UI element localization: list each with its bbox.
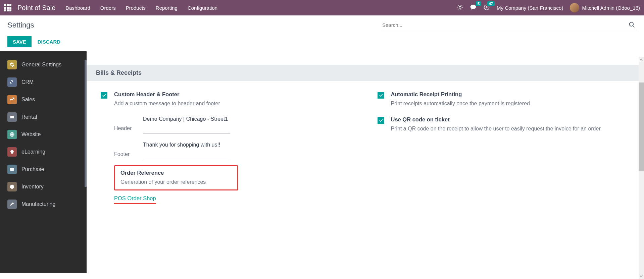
main-scrollbar[interactable] [639,57,644,273]
app-name[interactable]: Point of Sale [17,4,55,12]
footer-label: Footer [114,151,137,159]
sidebar-item-label: CRM [21,79,34,85]
setting-desc: Print receipts automatically once the pa… [391,100,634,108]
col-right: Automatic Receipt Printing Print receipt… [378,91,634,213]
sidebar-item-label: eLearning [21,149,45,155]
page-title: Settings [7,21,34,30]
topbar-right: 5 47 My Company (San Francisco) Mitchell… [457,3,640,12]
sidebar-item-inventory[interactable]: Inventory [0,178,87,196]
search-input[interactable] [382,20,637,30]
activities-icon[interactable]: 47 [483,4,490,12]
sidebar-item-crm[interactable]: CRM [0,73,87,91]
handshake-icon [7,77,17,87]
settings-sidebar: General Settings CRM Sales Rental Websit… [0,51,87,273]
messages-icon[interactable]: 5 [470,4,477,12]
apps-menu-icon[interactable] [4,4,11,11]
sidebar-item-manufacturing[interactable]: Manufacturing [0,196,87,213]
setting-title: Use QR code on ticket [391,116,634,123]
setting-title: Custom Header & Footer [114,91,357,98]
sidebar-item-website[interactable]: Website [0,126,87,143]
checkbox-qr-code[interactable] [378,117,384,124]
chart-icon [7,95,17,104]
sidebar-item-rental[interactable]: Rental [0,108,87,126]
user-menu[interactable]: Mitchell Admin (Odoo_16) [570,3,640,12]
nav-dashboard[interactable]: Dashboard [65,5,90,11]
setting-title: Order Reference [120,170,232,176]
nav-orders[interactable]: Orders [100,5,116,11]
box-icon [7,182,17,191]
top-navbar: Point of Sale Dashboard Orders Products … [0,0,644,15]
sidebar-item-label: Manufacturing [21,201,55,207]
checkbox-auto-receipt[interactable] [378,92,384,99]
sidebar-item-label: Website [21,131,41,137]
search-wrap [382,20,637,30]
sidebar-item-label: Purchase [21,166,44,172]
setting-auto-receipt: Automatic Receipt Printing Print receipt… [378,91,634,108]
svg-rect-3 [10,116,14,118]
scroll-up-arrow[interactable] [639,57,644,62]
setting-qr-code: Use QR code on ticket Print a QR code on… [378,116,634,133]
sidebar-item-label: Sales [21,97,35,103]
setting-desc: Generation of your order references [120,178,232,186]
setting-title: Automatic Receipt Printing [391,91,634,98]
company-switch[interactable]: My Company (San Francisco) [497,5,563,11]
graduation-icon [7,147,17,157]
footer-input[interactable] [143,140,230,159]
discard-button[interactable]: DISCARD [36,36,62,47]
setting-desc: Add a custom message to header and foote… [114,100,357,108]
settings-grid: Custom Header & Footer Add a custom mess… [87,81,644,219]
svg-point-0 [459,6,461,8]
messages-badge: 5 [476,1,481,6]
sidebar-item-sales[interactable]: Sales [0,91,87,108]
activities-badge: 47 [487,1,495,6]
svg-point-2 [630,22,634,26]
globe-icon [7,130,17,139]
layout: General Settings CRM Sales Rental Websit… [0,51,644,273]
save-button[interactable]: SAVE [7,36,32,47]
sidebar-item-purchase[interactable]: Purchase [0,161,87,178]
pos-order-shop-link[interactable]: POS Order Shop [114,195,156,204]
col-left: Custom Header & Footer Add a custom mess… [101,91,357,213]
sidebar-item-label: General Settings [21,62,61,68]
nav-items: Dashboard Orders Products Reporting Conf… [65,5,217,11]
highlight-order-reference: Order Reference Generation of your order… [114,165,238,190]
sidebar-item-label: Inventory [21,184,44,190]
header-input[interactable] [143,114,230,133]
avatar [570,3,579,12]
nav-products[interactable]: Products [126,5,146,11]
sidebar-item-elearning[interactable]: eLearning [0,143,87,161]
sidebar-scrollbar[interactable] [85,57,87,191]
section-header: Bills & Receipts [87,65,644,81]
setting-desc: Print a QR code on the receipt to allow … [391,125,634,133]
user-name: Mitchell Admin (Odoo_16) [582,5,640,11]
header-label: Header [114,125,137,133]
gear-icon [7,60,17,69]
svg-rect-6 [10,169,14,169]
card-icon [7,165,17,174]
main-content: Bills & Receipts Custom Header & Footer … [87,51,644,273]
subheader: Settings SAVE DISCARD [0,15,644,51]
debug-icon[interactable] [457,4,463,11]
search-icon[interactable] [629,21,635,29]
sidebar-item-label: Rental [21,114,37,120]
key-icon [7,112,17,122]
sidebar-item-general-settings[interactable]: General Settings [0,56,87,73]
wrench-icon [7,200,17,209]
setting-custom-header-footer: Custom Header & Footer Add a custom mess… [101,91,357,204]
scroll-thumb[interactable] [639,82,644,171]
nav-configuration[interactable]: Configuration [188,5,217,11]
checkbox-custom-header[interactable] [101,92,107,99]
nav-reporting[interactable]: Reporting [156,5,178,11]
